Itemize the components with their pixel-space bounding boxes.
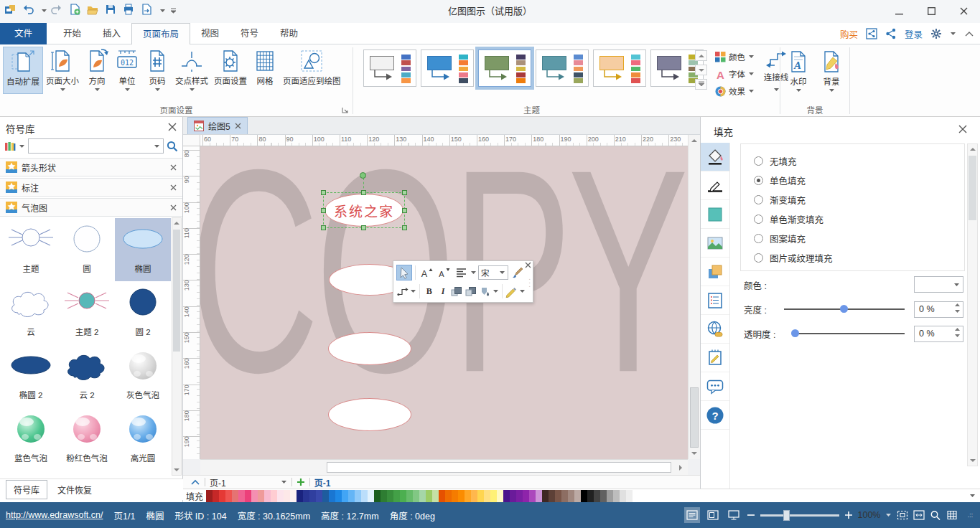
color-swatch[interactable] — [232, 490, 238, 502]
export-button[interactable] — [141, 4, 155, 18]
normal-view-button[interactable] — [684, 507, 700, 523]
color-swatch[interactable] — [393, 490, 400, 502]
color-swatch[interactable] — [381, 490, 387, 502]
scroll-up-icon[interactable] — [172, 218, 181, 228]
ribbon-button[interactable]: A 水印 — [783, 47, 813, 93]
color-swatch[interactable] — [355, 490, 361, 502]
select-tool-button[interactable] — [396, 265, 412, 280]
close-section-icon[interactable] — [170, 204, 177, 211]
color-swatch[interactable] — [536, 490, 542, 502]
close-panel-icon[interactable] — [958, 125, 967, 133]
bold-button[interactable]: B — [423, 283, 435, 299]
left-panel-bottom-tab[interactable]: 文件恢复 — [50, 481, 99, 499]
buy-button[interactable]: 购买 — [840, 27, 858, 41]
ribbon-tab[interactable]: 开始 — [52, 23, 92, 44]
color-swatch[interactable] — [587, 490, 594, 502]
color-swatch[interactable] — [516, 490, 523, 502]
format-painter-button[interactable] — [510, 265, 526, 280]
color-swatch[interactable] — [284, 490, 290, 502]
color-swatch[interactable] — [271, 490, 277, 502]
shape-item[interactable]: 云 2 — [59, 344, 115, 407]
ribbon-button[interactable]: 页面大小 — [43, 47, 82, 93]
page-selector[interactable]: 页-1 — [210, 476, 226, 489]
fit-page-icon[interactable] — [913, 510, 925, 520]
login-button[interactable]: 登录 — [905, 27, 923, 41]
shape-item[interactable]: 主题 — [3, 218, 59, 281]
radio-button[interactable] — [754, 253, 763, 263]
connector-caret-icon[interactable] — [410, 288, 416, 294]
toolbar-grip[interactable]: ∙∙∙ — [528, 277, 531, 288]
spin-up-icon[interactable] — [954, 327, 961, 331]
shape-item[interactable]: 椭圆 2 — [3, 344, 59, 407]
ribbon-button[interactable]: 方向 — [82, 47, 112, 93]
resize-handle[interactable] — [321, 225, 326, 230]
color-swatch[interactable] — [503, 490, 510, 502]
color-swatch[interactable] — [335, 490, 342, 502]
align-caret-icon[interactable] — [470, 270, 477, 275]
fill-tab-icon[interactable] — [701, 143, 729, 171]
vertical-scrollbar[interactable] — [688, 135, 700, 459]
color-swatch[interactable] — [626, 490, 633, 502]
shape-item[interactable]: 粉红色气泡 — [59, 407, 115, 471]
color-swatch[interactable] — [613, 490, 620, 502]
brightness-spinner[interactable]: 0 % — [914, 301, 963, 318]
color-swatch[interactable] — [581, 490, 587, 502]
align-text-button[interactable] — [453, 265, 469, 280]
scroll-right-icon[interactable] — [675, 462, 686, 473]
radio-button[interactable] — [754, 214, 763, 224]
fill-option[interactable]: 单色渐变填充 — [754, 209, 964, 229]
color-swatch[interactable] — [322, 490, 329, 502]
shape-item[interactable]: 高光圆 — [115, 407, 171, 471]
color-swatch[interactable] — [329, 490, 335, 502]
close-toolbar-icon[interactable] — [525, 262, 531, 268]
transparency-spinner[interactable]: 0 % — [914, 326, 963, 342]
minimize-button[interactable] — [883, 0, 915, 22]
shape-item[interactable]: 灰色气泡 — [115, 344, 171, 407]
zoom-caret-icon[interactable] — [885, 512, 892, 518]
color-swatch[interactable] — [439, 490, 445, 502]
collapse-pagebar-icon[interactable] — [190, 478, 200, 486]
ribbon-tab[interactable]: 文件 — [0, 23, 47, 44]
fill-option[interactable]: 渐变填充 — [754, 190, 964, 209]
settings-gear-icon[interactable] — [930, 28, 942, 39]
theme-tool-button[interactable]: 效果 — [711, 82, 761, 100]
export-share-icon[interactable] — [866, 28, 877, 39]
theme-thumbnail[interactable] — [478, 50, 531, 87]
scrollbar-thumb[interactable] — [690, 387, 699, 448]
color-swatch[interactable] — [523, 490, 529, 502]
color-swatch[interactable] — [316, 490, 322, 502]
zoom-slider-thumb[interactable] — [783, 510, 790, 521]
color-swatch[interactable] — [419, 490, 426, 502]
color-swatch[interactable] — [387, 490, 393, 502]
scroll-up-icon[interactable] — [689, 135, 700, 146]
presentation-view-button[interactable] — [726, 507, 742, 523]
theme-thumbnail[interactable] — [421, 50, 474, 87]
canvas-ellipse[interactable] — [328, 398, 411, 431]
scrollbar-thumb[interactable] — [969, 156, 976, 220]
scroll-down-icon[interactable] — [172, 465, 181, 475]
search-caret-icon[interactable] — [154, 143, 160, 149]
fill-option[interactable]: 图片或纹理填充 — [754, 248, 964, 268]
ribbon-button[interactable]: 网格 — [250, 47, 280, 93]
color-swatch[interactable] — [574, 490, 581, 502]
scroll-down-icon[interactable] — [968, 456, 977, 466]
note-tab-icon[interactable] — [701, 344, 729, 372]
radio-button[interactable] — [754, 234, 763, 243]
color-swatch[interactable] — [529, 490, 536, 502]
export-caret-icon[interactable] — [159, 8, 166, 14]
color-swatch[interactable] — [620, 490, 626, 502]
color-swatch[interactable] — [458, 490, 465, 502]
zoom-tool-icon[interactable] — [930, 510, 941, 520]
fill-option[interactable]: 单色填充 — [754, 171, 964, 190]
spin-down-icon[interactable] — [954, 334, 961, 338]
transparency-slider[interactable] — [794, 333, 905, 334]
color-swatch[interactable] — [219, 490, 225, 502]
page-tab-icon[interactable] — [701, 286, 729, 315]
page-selector-caret-icon[interactable] — [281, 479, 287, 485]
palette-expand-icon[interactable] — [969, 493, 976, 499]
connector-tool-button[interactable] — [396, 283, 409, 299]
bring-forward-button[interactable] — [451, 283, 463, 299]
spin-down-icon[interactable] — [954, 309, 961, 314]
shape-item[interactable]: 主题 2 — [59, 281, 115, 344]
library-section-header[interactable]: 箭头形状 — [0, 158, 182, 176]
